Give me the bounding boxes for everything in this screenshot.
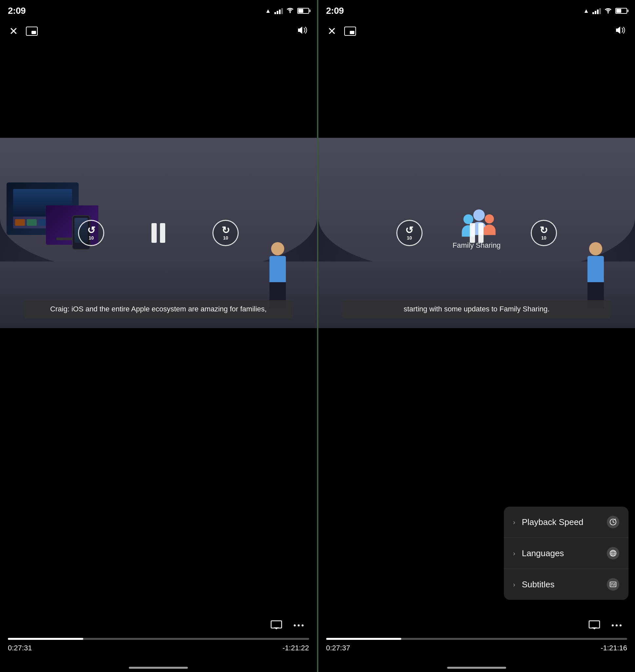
- more-button-left[interactable]: [291, 618, 306, 633]
- svg-rect-1: [271, 621, 282, 628]
- pause-button-left[interactable]: [144, 218, 173, 248]
- playback-speed-icon: [607, 516, 619, 528]
- context-menu: › Playback Speed › Languages: [504, 507, 629, 600]
- progress-fill-right: [326, 638, 401, 640]
- rewind-button-right[interactable]: ↻ 10: [396, 220, 422, 246]
- status-bar-left: 2:09 ▲: [0, 0, 317, 18]
- playback-overlay-right: ↻ 10 ↻ 10: [318, 138, 635, 328]
- signal-bars-right: [592, 7, 601, 14]
- progress-fill-left: [8, 638, 83, 640]
- airplay-button-right[interactable]: [587, 618, 601, 633]
- chevron-subtitles: ›: [513, 581, 515, 588]
- menu-item-subtitles[interactable]: › Subtitles: [504, 569, 629, 600]
- svg-point-21: [616, 625, 618, 626]
- svg-point-0: [289, 12, 291, 13]
- volume-button-left[interactable]: [297, 26, 308, 37]
- location-icon-right: ▲: [583, 7, 589, 15]
- left-screen: 2:09 ▲: [0, 0, 317, 672]
- close-button-left[interactable]: ✕: [9, 26, 18, 37]
- battery-icon-right: [615, 8, 627, 14]
- progress-bar-right[interactable]: [326, 638, 628, 640]
- pause-button-right[interactable]: [462, 218, 491, 248]
- pip-button-right[interactable]: [344, 26, 356, 36]
- action-buttons-left: [8, 618, 309, 633]
- languages-label: Languages: [522, 548, 564, 559]
- action-buttons-right: [326, 618, 628, 633]
- languages-icon: [607, 547, 619, 560]
- status-icons-left: ▲: [265, 6, 309, 15]
- time-elapsed-left: 0:27:31: [8, 644, 32, 652]
- rewind-button-left[interactable]: ↻ 10: [78, 220, 104, 246]
- menu-item-playback-speed[interactable]: › Playback Speed: [504, 507, 629, 538]
- chevron-languages: ›: [513, 550, 515, 557]
- forward-button-left[interactable]: ↻ 10: [213, 220, 239, 246]
- forward-button-right[interactable]: ↻ 10: [531, 220, 557, 246]
- top-controls-left: ✕: [0, 20, 317, 43]
- subtitle-right: starting with some updates to Family Sha…: [342, 300, 611, 318]
- time-remaining-left: -1:21:22: [283, 644, 309, 652]
- chevron-playback-speed: ›: [513, 519, 515, 526]
- svg-rect-18: [589, 621, 599, 628]
- video-bg-right: Family Sharing ↻ 10: [318, 138, 635, 328]
- home-indicator-left: [129, 667, 188, 669]
- status-time-left: 2:09: [8, 5, 26, 16]
- svg-point-6: [608, 12, 609, 14]
- svg-point-3: [294, 625, 296, 626]
- status-icons-right: ▲: [583, 7, 627, 15]
- video-frame-left: ↻ 10 ↻ 10 Craig: iOS and the entire Appl…: [0, 138, 317, 328]
- status-bar-right: 2:09 ▲: [318, 0, 635, 18]
- svg-point-5: [302, 625, 304, 626]
- pause-icon-left: [151, 223, 165, 243]
- airplay-button-left[interactable]: [269, 618, 284, 633]
- subtitles-label: Subtitles: [522, 580, 555, 590]
- wifi-icon-right: [604, 7, 612, 15]
- bottom-controls-right: 0:27:37 -1:21:16: [318, 618, 635, 652]
- location-icon-left: ▲: [265, 7, 271, 15]
- top-controls-right: ✕: [318, 20, 635, 43]
- signal-bars-left: [275, 7, 283, 14]
- time-elapsed-right: 0:27:37: [326, 644, 350, 652]
- svg-point-4: [298, 625, 300, 626]
- svg-point-22: [619, 625, 621, 626]
- subtitles-icon: [607, 578, 619, 591]
- wifi-icon-left: [286, 6, 294, 15]
- volume-button-right[interactable]: [615, 26, 626, 37]
- time-remaining-right: -1:21:16: [600, 644, 627, 652]
- playback-speed-label: Playback Speed: [522, 517, 584, 527]
- pip-button-left[interactable]: [26, 26, 38, 36]
- home-indicator-right: [447, 667, 506, 669]
- time-display-left: 0:27:31 -1:21:22: [8, 644, 309, 652]
- subtitle-left: Craig: iOS and the entire Apple ecosyste…: [24, 300, 293, 318]
- close-button-right[interactable]: ✕: [328, 26, 336, 37]
- pip-icon-right: [344, 26, 356, 36]
- pip-icon-left: [26, 26, 38, 36]
- playback-overlay-left: ↻ 10 ↻ 10: [0, 138, 317, 328]
- menu-item-languages[interactable]: › Languages: [504, 538, 629, 569]
- svg-point-20: [612, 625, 614, 626]
- progress-bar-left[interactable]: [8, 638, 309, 640]
- right-screen: 2:09 ▲ ✕: [318, 0, 635, 672]
- time-display-right: 0:27:37 -1:21:16: [326, 644, 628, 652]
- more-button-right[interactable]: [609, 618, 624, 633]
- video-bg-left: ↻ 10 ↻ 10 Craig: iOS and the entire Appl…: [0, 138, 317, 328]
- video-frame-right: Family Sharing ↻ 10: [318, 138, 635, 328]
- bottom-controls-left: 0:27:31 -1:21:22: [0, 618, 317, 652]
- svg-rect-13: [610, 582, 616, 587]
- battery-icon-left: [297, 8, 309, 14]
- pause-icon-right: [470, 223, 484, 243]
- status-time-right: 2:09: [326, 5, 344, 16]
